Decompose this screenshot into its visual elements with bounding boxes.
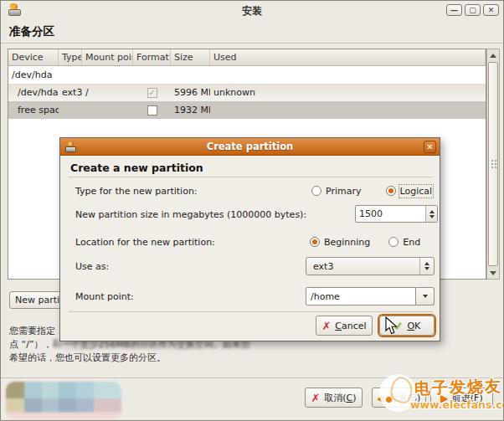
- cell-device: /dev/hda: [8, 69, 59, 80]
- end-radio-label[interactable]: End: [403, 237, 420, 248]
- use-as-label: Use as:: [75, 261, 109, 272]
- divider: [69, 177, 433, 177]
- maximize-button[interactable]: ▢: [465, 4, 481, 16]
- mouse-cursor: [385, 316, 398, 336]
- location-radio-group: Beginning End: [310, 235, 504, 249]
- scrollbar-grip: [491, 159, 497, 169]
- spin-down-icon[interactable]: [429, 215, 435, 218]
- red-x-icon: ✗: [321, 320, 331, 332]
- cell-type: ext3: [59, 87, 82, 98]
- beginning-radio-label[interactable]: Beginning: [324, 237, 370, 248]
- format-checkbox-checked[interactable]: ✓: [147, 88, 157, 98]
- dropdown-button[interactable]: [416, 287, 435, 305]
- dialog-heading: Create a new partition: [70, 162, 203, 174]
- censored-watermark-blob: [6, 382, 121, 419]
- window-titlebar: 安装 — ▢ ✕: [1, 1, 503, 19]
- column-header-mount-point[interactable]: Mount point: [82, 49, 133, 65]
- mount-point-label: Mount point:: [75, 291, 134, 302]
- column-header-type[interactable]: Type: [59, 49, 82, 65]
- type-label: Type for the new partition:: [75, 186, 198, 197]
- end-radio[interactable]: [388, 237, 399, 247]
- size-label: New partition size in megabytes (1000000…: [75, 209, 306, 220]
- scroll-down-icon[interactable]: [487, 267, 499, 279]
- cell-device: free space: [8, 105, 59, 116]
- red-x-icon: ✗: [311, 392, 320, 404]
- scroll-up-icon[interactable]: [487, 49, 499, 61]
- mount-point-input[interactable]: /home: [306, 287, 416, 305]
- use-as-combobox[interactable]: ext3: [306, 257, 435, 275]
- mount-point-value[interactable]: /home: [311, 291, 340, 302]
- type-radio-group: Primary Logical: [311, 184, 504, 198]
- column-header-format[interactable]: Format?: [133, 49, 171, 65]
- divider: [1, 43, 503, 44]
- combo-stepper-icon[interactable]: [419, 258, 434, 275]
- cell-mount-point: /: [82, 87, 133, 98]
- chevron-down-icon: [423, 295, 428, 298]
- dialog-close-icon[interactable]: ✕: [424, 141, 436, 153]
- minimize-button[interactable]: —: [446, 4, 462, 16]
- cell-device: /dev/hda1: [8, 87, 59, 98]
- column-header-used[interactable]: Used: [210, 49, 486, 65]
- cell-size: 1932 MB: [171, 105, 210, 116]
- close-button[interactable]: ✕: [483, 4, 499, 16]
- forward-button[interactable]: ▶前进(F): [430, 388, 493, 408]
- cancel-button[interactable]: ✗Cancel: [316, 316, 373, 336]
- cancel-wizard-button[interactable]: ✗取消(C): [305, 388, 363, 408]
- installer-window: 安装 — ▢ ✕ 准备分区 Device Type Mount point Fo…: [0, 0, 504, 421]
- back-button[interactable]: ◀后退(B): [372, 388, 426, 408]
- spin-up-icon[interactable]: [429, 210, 435, 213]
- spinner-buttons[interactable]: [425, 206, 437, 222]
- use-as-value: ext3: [313, 261, 333, 272]
- size-value[interactable]: 1500: [359, 208, 383, 219]
- format-checkbox-unchecked[interactable]: [147, 105, 157, 116]
- table-row-free-space[interactable]: free space 1932 MB: [8, 101, 486, 119]
- column-header-device[interactable]: Device: [8, 49, 59, 65]
- logical-radio[interactable]: [386, 186, 396, 196]
- back-arrow-icon: ◀: [378, 393, 384, 403]
- window-title: 安装: [1, 4, 503, 18]
- instruction-line-3: 希望的话，您也可以设置更多的分区。: [9, 352, 478, 365]
- cell-used: unknown: [210, 87, 486, 98]
- column-header-size[interactable]: Size: [171, 49, 210, 65]
- cell-size: 5996 MB: [171, 87, 210, 98]
- beginning-radio[interactable]: [310, 237, 320, 247]
- dialog-title: Create partition: [60, 141, 440, 152]
- table-header: Device Type Mount point Format? Size Use…: [8, 49, 486, 66]
- location-label: Location for the new partition:: [75, 237, 215, 248]
- divider: [1, 377, 503, 378]
- logical-radio-label[interactable]: Logical: [400, 186, 433, 197]
- mount-point-combobox: /home: [306, 287, 435, 305]
- primary-radio-label[interactable]: Primary: [326, 186, 362, 197]
- forward-arrow-icon: ▶: [440, 393, 447, 403]
- create-partition-dialog: Create partition ✕ Create a new partitio…: [59, 137, 440, 341]
- primary-radio[interactable]: [311, 186, 321, 196]
- page-title: 准备分区: [9, 24, 54, 39]
- size-spinbox[interactable]: 1500: [355, 205, 438, 223]
- divider: [69, 311, 433, 312]
- table-row-dev-hda1[interactable]: /dev/hda1 ext3 / ✓ 5996 MB unknown: [8, 84, 486, 101]
- table-row-dev-hda[interactable]: /dev/hda: [8, 66, 486, 84]
- dialog-titlebar: Create partition ✕: [60, 138, 440, 156]
